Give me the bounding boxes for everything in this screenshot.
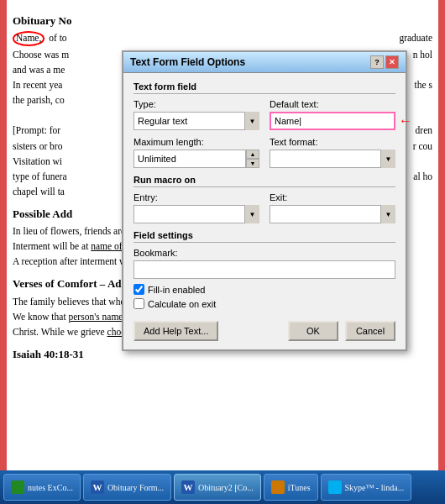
calc-on-exit-checkbox[interactable] bbox=[134, 298, 144, 309]
taskbar-btn-excobalt[interactable]: nutes ExCo... bbox=[3, 474, 81, 501]
text-format-select[interactable] bbox=[270, 150, 395, 168]
dialog-body: Text form field Type: Regular text ▼ Def… bbox=[123, 73, 406, 349]
dialog-close-button[interactable]: ✕ bbox=[385, 55, 399, 69]
default-text-col: Default text: ← bbox=[270, 99, 395, 130]
itunes-icon bbox=[271, 480, 285, 494]
type-select[interactable]: Regular text bbox=[134, 112, 259, 130]
ok-cancel-group: OK Cancel bbox=[288, 321, 395, 341]
maxlength-spinner-wrapper: ▲ ▼ bbox=[134, 150, 259, 168]
text-format-select-wrapper: ▼ bbox=[270, 150, 395, 168]
exit-select-wrapper: ▼ bbox=[270, 205, 395, 223]
bookmark-label: Bookmark: bbox=[134, 248, 395, 258]
dialog-titlebar: Text Form Field Options ? ✕ bbox=[123, 52, 406, 73]
form-field-section-title: Text form field bbox=[134, 81, 395, 94]
doc-para1: Name, of to graduate bbox=[13, 31, 432, 46]
exit-label: Exit: bbox=[270, 192, 395, 202]
cancel-button[interactable]: Cancel bbox=[345, 321, 395, 341]
maxlength-spinner-btns: ▲ ▼ bbox=[246, 150, 259, 168]
entry-col: Entry: ▼ bbox=[134, 192, 259, 223]
default-text-arrow: ← bbox=[399, 113, 412, 129]
exit-select[interactable] bbox=[270, 205, 395, 223]
maxlength-down-btn[interactable]: ▼ bbox=[246, 159, 259, 168]
default-text-label: Default text: bbox=[270, 99, 395, 109]
bookmark-input[interactable] bbox=[134, 260, 395, 279]
excobalt-label: nutes ExCo... bbox=[28, 483, 73, 492]
type-label: Type: bbox=[134, 99, 259, 109]
type-default-row: Type: Regular text ▼ Default text: ← bbox=[134, 99, 395, 130]
entry-select[interactable] bbox=[134, 205, 259, 223]
obituary1-icon: W bbox=[91, 480, 104, 494]
fill-enabled-row: Fill-in enabled bbox=[134, 284, 395, 295]
taskbar-btn-obituary2[interactable]: W Obituary2 [Co... bbox=[174, 474, 261, 501]
skype-icon bbox=[328, 480, 342, 494]
dialog-title-controls: ? ✕ bbox=[370, 55, 399, 69]
field-settings-section: Field settings Bookmark: Fill-in enabled… bbox=[134, 230, 395, 309]
type-col: Type: Regular text ▼ bbox=[134, 99, 259, 130]
obituary2-icon: W bbox=[181, 480, 195, 494]
entry-exit-row: Entry: ▼ Exit: ▼ bbox=[134, 192, 395, 223]
name-circle: Name, bbox=[13, 31, 44, 46]
exit-col: Exit: ▼ bbox=[270, 192, 395, 223]
obituary2-label: Obituary2 [Co... bbox=[198, 483, 254, 492]
calc-on-exit-label: Calculate on exit bbox=[148, 299, 216, 309]
macro-section: Run macro on Entry: ▼ Exit: bbox=[134, 175, 395, 223]
dialog-title: Text Form Field Options bbox=[130, 56, 245, 68]
text-format-label: Text format: bbox=[270, 137, 395, 147]
fill-enabled-label: Fill-in enabled bbox=[148, 285, 205, 295]
field-settings-label: Field settings bbox=[134, 230, 395, 243]
add-help-text-button[interactable]: Add Help Text... bbox=[134, 321, 218, 341]
maxlength-label: Maximum length: bbox=[134, 137, 259, 147]
maxlength-input[interactable] bbox=[134, 150, 246, 168]
obituary1-label: Obituary Form... bbox=[107, 483, 164, 492]
fill-enabled-checkbox[interactable] bbox=[134, 284, 144, 295]
maxlength-format-row: Maximum length: ▲ ▼ Text format: ▼ bbox=[134, 137, 395, 168]
ok-button[interactable]: OK bbox=[288, 321, 338, 341]
excobalt-icon bbox=[11, 480, 24, 494]
obituary-heading: Obituary No bbox=[13, 13, 432, 29]
doc-border-left bbox=[0, 0, 7, 470]
run-macro-label: Run macro on bbox=[134, 175, 395, 187]
dialog-help-button[interactable]: ? bbox=[370, 55, 384, 69]
text-form-field-dialog: Text Form Field Options ? ✕ Text form fi… bbox=[122, 50, 407, 351]
default-text-input[interactable] bbox=[270, 112, 395, 130]
type-select-wrapper: Regular text ▼ bbox=[134, 112, 259, 130]
taskbar-btn-skype[interactable]: Skype™ - linda... bbox=[321, 474, 412, 501]
itunes-label: iTunes bbox=[288, 483, 311, 492]
default-text-input-wrapper: ← bbox=[270, 112, 395, 130]
doc-border-right bbox=[438, 0, 445, 470]
calc-on-exit-row: Calculate on exit bbox=[134, 298, 395, 309]
dialog-buttons-row: Add Help Text... OK Cancel bbox=[134, 316, 395, 341]
skype-label: Skype™ - linda... bbox=[345, 483, 405, 492]
maxlength-up-btn[interactable]: ▲ bbox=[246, 150, 259, 159]
maxlength-col: Maximum length: ▲ ▼ bbox=[134, 137, 259, 168]
text-format-col: Text format: ▼ bbox=[270, 137, 395, 168]
entry-select-wrapper: ▼ bbox=[134, 205, 259, 223]
taskbar-btn-obituary1[interactable]: W Obituary Form... bbox=[83, 474, 171, 501]
taskbar: nutes ExCo... W Obituary Form... W Obitu… bbox=[0, 470, 445, 504]
taskbar-btn-itunes[interactable]: iTunes bbox=[264, 474, 318, 501]
entry-label: Entry: bbox=[134, 192, 259, 202]
